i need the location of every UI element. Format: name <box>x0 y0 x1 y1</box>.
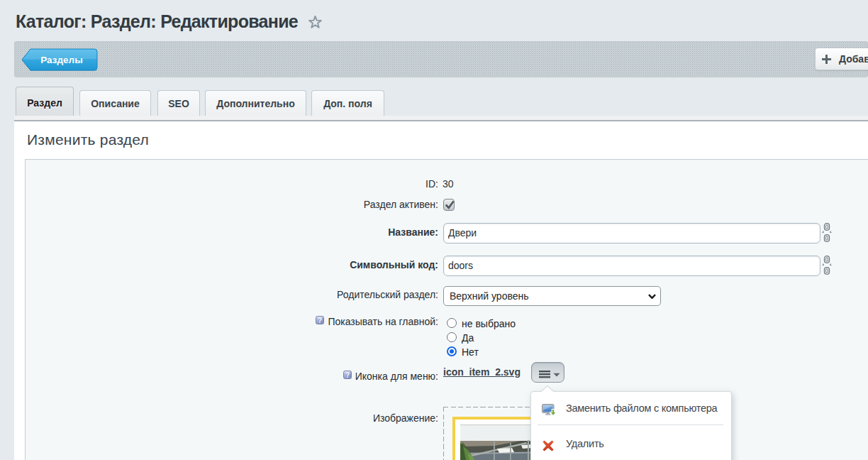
svg-text:Разделы: Разделы <box>40 55 82 65</box>
